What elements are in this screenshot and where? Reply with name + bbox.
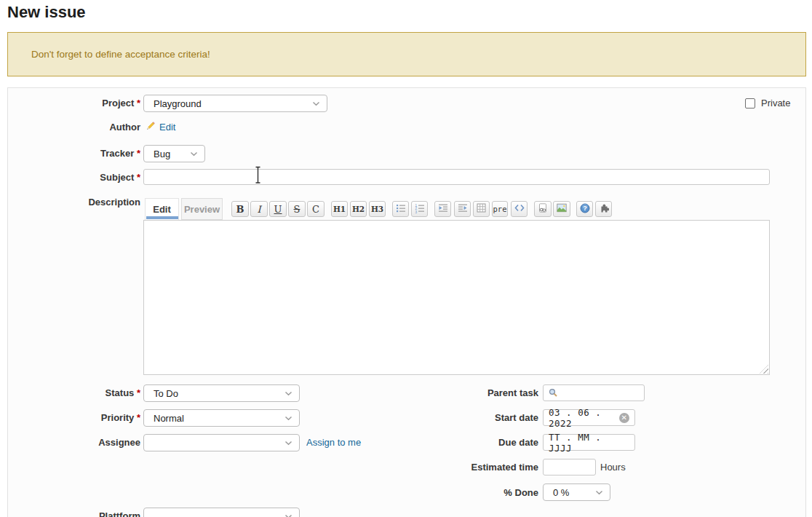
table-icon (477, 203, 486, 215)
link-button[interactable] (534, 201, 552, 217)
help-button[interactable]: ? (576, 201, 593, 217)
due-date-label: Due date (393, 437, 538, 448)
strikethrough-button[interactable]: S (288, 201, 306, 217)
estimated-time-input[interactable] (543, 459, 596, 475)
subject-input[interactable] (143, 169, 770, 185)
done-ratio-select[interactable]: 0 % (543, 484, 610, 501)
due-date-placeholder: TT . MM . JJJJ (549, 432, 629, 454)
outdent-button[interactable] (454, 201, 471, 217)
private-checkbox[interactable] (745, 98, 755, 108)
start-date-value: 03 . 06 . 2022 (549, 407, 616, 429)
status-select[interactable]: To Do (143, 384, 300, 402)
chevron-down-icon (284, 441, 292, 446)
underline-button[interactable]: U (269, 201, 287, 217)
indent-button[interactable] (434, 201, 451, 217)
required-marker: * (137, 172, 140, 183)
inline-code-button[interactable]: C (307, 201, 325, 217)
plattform-select[interactable] (143, 508, 300, 517)
description-textarea[interactable] (143, 220, 770, 375)
active-tab-indicator (146, 216, 178, 219)
pencil-icon (145, 121, 156, 134)
help-icon: ? (580, 203, 590, 216)
chevron-down-icon (312, 101, 320, 106)
assignee-select[interactable] (143, 434, 300, 451)
macro-button[interactable] (595, 201, 612, 217)
chevron-down-icon (595, 490, 603, 495)
chevron-down-icon (190, 151, 198, 157)
indent-left-icon (458, 203, 468, 216)
priority-select[interactable]: Normal (143, 409, 300, 427)
code-icon (514, 203, 525, 215)
tracker-select[interactable]: Bug (143, 145, 205, 162)
parent-task-input[interactable] (543, 384, 645, 401)
heading3-button[interactable]: H3 (369, 201, 386, 217)
numbered-list-icon: 1 2 3 (415, 203, 425, 216)
code-block-button[interactable] (511, 201, 528, 217)
bullet-list-icon (396, 203, 406, 216)
estimated-time-label: Estimated time (393, 462, 538, 473)
hours-unit-label: Hours (600, 462, 626, 473)
magnifier-icon (549, 388, 558, 398)
status-select-value: To Do (154, 388, 178, 399)
tab-preview[interactable]: Preview (181, 198, 223, 220)
status-label: Status * (7, 387, 140, 398)
image-button[interactable] (553, 201, 570, 217)
done-ratio-select-value: 0 % (553, 487, 569, 498)
required-marker: * (137, 148, 140, 159)
text-cursor-icon (255, 166, 261, 186)
clear-date-icon[interactable]: ✕ (619, 413, 629, 423)
assignee-label: Assignee (7, 437, 140, 448)
required-marker: * (137, 98, 140, 108)
tracker-select-value: Bug (154, 149, 170, 159)
svg-text:3: 3 (415, 210, 417, 213)
project-select[interactable]: Playground (143, 95, 327, 112)
warning-text: Don't forget to define acceptance criter… (31, 49, 210, 60)
resize-grip[interactable] (760, 365, 768, 374)
link-icon (538, 203, 548, 216)
done-ratio-label: % Done (393, 487, 538, 498)
priority-select-value: Normal (154, 413, 184, 424)
parent-task-label: Parent task (393, 387, 538, 398)
priority-label: Priority * (7, 412, 140, 423)
due-date-input[interactable]: TT . MM . JJJJ (543, 434, 635, 451)
heading1-button[interactable]: H1 (331, 201, 348, 217)
subject-label: Subject * (7, 172, 140, 183)
warning-banner: Don't forget to define acceptance criter… (7, 32, 806, 76)
assign-to-me-link[interactable]: Assign to me (306, 437, 361, 448)
italic-button[interactable]: I (250, 201, 268, 217)
private-label: Private (761, 98, 790, 108)
puzzle-icon (599, 203, 609, 216)
start-date-input[interactable]: 03 . 06 . 2022 ✕ (543, 409, 635, 426)
required-marker: * (137, 387, 140, 398)
required-marker: * (137, 412, 140, 423)
start-date-label: Start date (393, 412, 538, 423)
chevron-down-icon (284, 391, 292, 396)
new-issue-page: New issue Don't forget to define accepta… (0, 0, 812, 517)
project-select-value: Playground (154, 98, 202, 109)
bullet-list-button[interactable] (392, 201, 409, 217)
image-icon (557, 203, 567, 215)
description-label: Description (7, 197, 140, 208)
numbered-list-button[interactable]: 1 2 3 (411, 201, 428, 217)
svg-text:?: ? (583, 205, 587, 212)
bold-button[interactable]: B (231, 201, 249, 217)
tracker-label: Tracker * (7, 148, 140, 159)
chevron-down-icon (284, 514, 292, 517)
preformatted-button[interactable]: pre (492, 201, 508, 217)
page-title: New issue (7, 3, 86, 22)
project-label: Project * (7, 98, 140, 108)
table-button[interactable] (473, 201, 490, 217)
author-edit-link[interactable]: Edit (159, 122, 175, 133)
heading2-button[interactable]: H2 (350, 201, 367, 217)
indent-right-icon (438, 203, 448, 216)
chevron-down-icon (284, 416, 292, 421)
author-label: Author (7, 122, 140, 133)
plattform-label: Plattform (7, 510, 140, 517)
